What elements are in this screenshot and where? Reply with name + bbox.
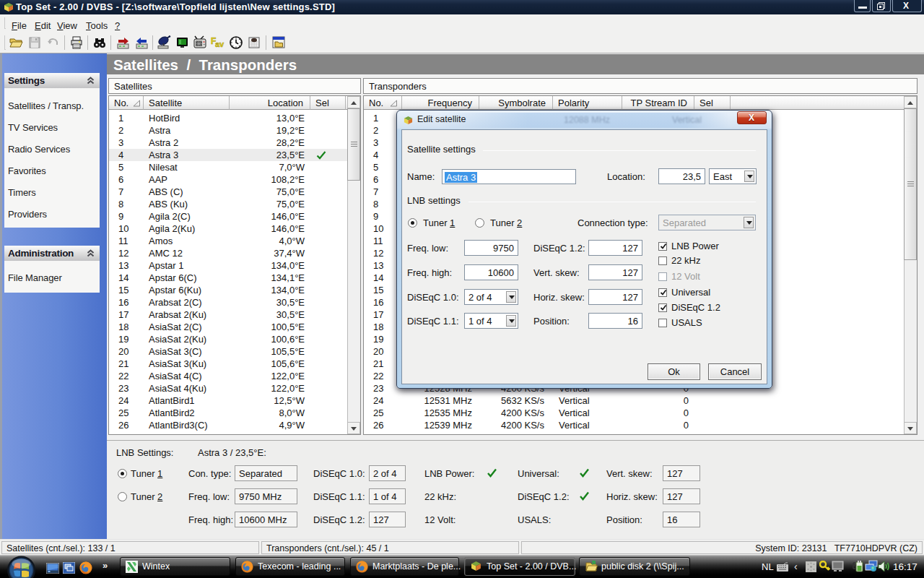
svg-text:av: av <box>215 40 225 48</box>
